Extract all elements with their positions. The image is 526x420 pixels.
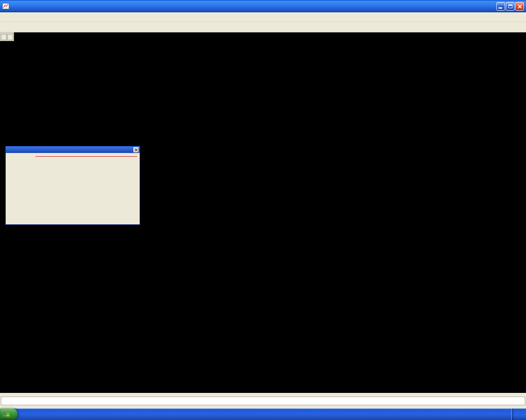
tab-scroll-right-icon[interactable] — [7, 34, 13, 40]
restore-icon — [508, 5, 512, 8]
caption-buttons — [496, 2, 524, 11]
close-button[interactable] — [515, 2, 524, 11]
cursor-dialog-titlebar[interactable] — [6, 146, 140, 153]
app-icon — [2, 2, 10, 10]
tabstrip-filler — [14, 32, 526, 41]
cursor-dialog[interactable] — [5, 146, 140, 225]
chart-area — [0, 41, 526, 393]
toolbar — [0, 22, 526, 32]
tab-strip — [0, 32, 526, 41]
tab-scroll-left-icon[interactable] — [1, 34, 7, 40]
cursor-trace-name — [35, 155, 137, 157]
minimize-button[interactable] — [496, 2, 505, 11]
status-bar — [0, 393, 526, 409]
taskbar — [0, 409, 526, 420]
status-text — [1, 397, 525, 405]
restore-button[interactable] — [506, 2, 515, 11]
menubar — [0, 12, 526, 22]
titlebar[interactable] — [0, 0, 526, 12]
windows-flag-icon — [3, 411, 10, 418]
tab-scroll-controls — [0, 33, 14, 41]
start-button[interactable] — [0, 409, 18, 420]
system-tray — [511, 409, 526, 420]
minimize-icon — [498, 7, 502, 9]
cursor-dialog-close-icon[interactable] — [133, 147, 139, 153]
